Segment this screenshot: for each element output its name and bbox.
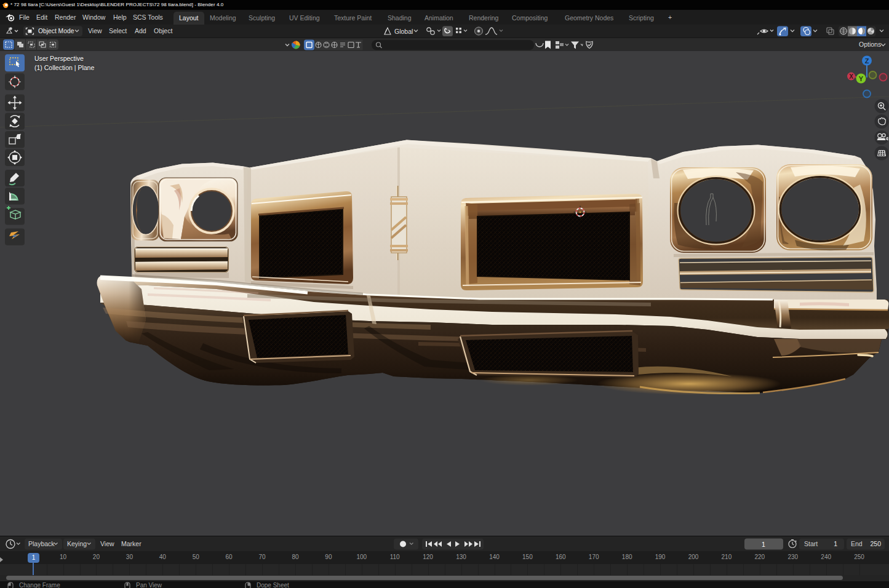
- svg-text:X: X: [849, 73, 853, 80]
- svg-text:End: End: [851, 540, 863, 547]
- svg-text:1: 1: [834, 540, 837, 547]
- svg-text:Global: Global: [394, 28, 413, 35]
- svg-text:Y: Y: [859, 75, 864, 82]
- svg-text:250: 250: [870, 540, 881, 547]
- svg-text:Start: Start: [804, 540, 818, 547]
- svg-text:Z: Z: [865, 57, 869, 65]
- svg-text:1: 1: [762, 541, 765, 548]
